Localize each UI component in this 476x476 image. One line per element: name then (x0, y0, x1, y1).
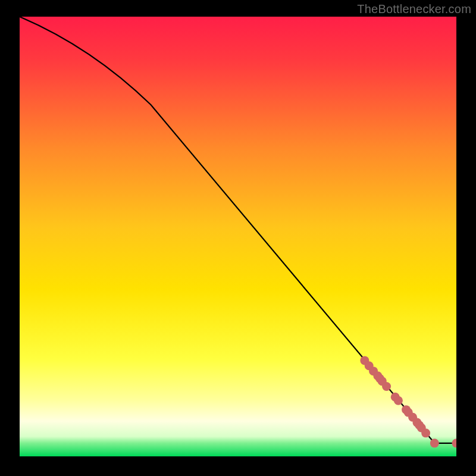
chart-stage: TheBottlenecker.com (0, 0, 476, 476)
data-marker (430, 439, 439, 447)
data-marker (421, 428, 430, 437)
chart-svg (20, 17, 456, 456)
attribution-label: TheBottlenecker.com (357, 2, 471, 16)
plot-area (20, 17, 456, 456)
data-marker (382, 382, 391, 391)
data-marker (394, 396, 403, 405)
